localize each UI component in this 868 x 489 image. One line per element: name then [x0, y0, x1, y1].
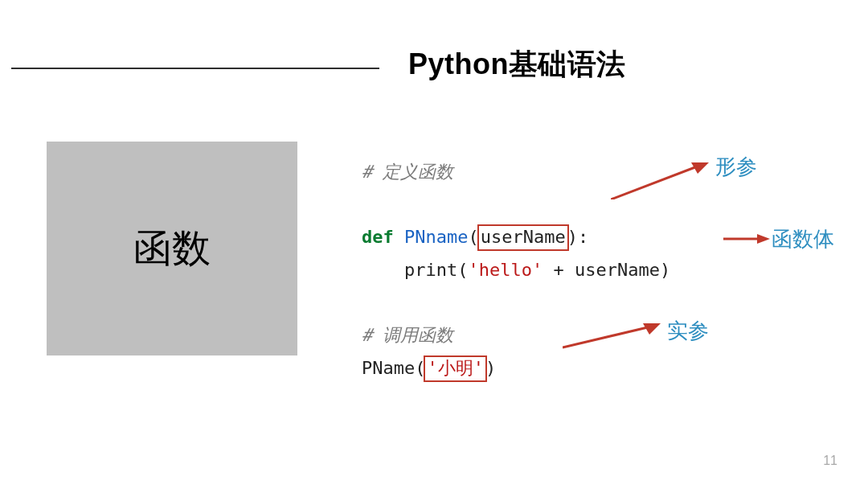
- param-name: userName: [481, 227, 566, 247]
- function-name: PNname: [404, 227, 468, 247]
- arrow-icon: [563, 320, 667, 352]
- comment-call: # 调用函数: [362, 325, 454, 345]
- page-number: 11: [823, 454, 837, 468]
- actual-param-box: '小明': [424, 355, 487, 382]
- svg-marker-3: [757, 234, 770, 244]
- arrow-icon: [723, 233, 772, 244]
- annotation-body: 函数体: [772, 225, 834, 253]
- arg-xiaoming: '小明': [427, 358, 484, 378]
- svg-line-0: [611, 166, 699, 199]
- svg-line-4: [563, 327, 651, 347]
- plus-op: +: [542, 260, 575, 280]
- annotation-formal: 形参: [715, 153, 757, 181]
- print-call: print: [404, 260, 457, 280]
- annotation-actual: 实参: [667, 317, 709, 345]
- call-name: PName: [362, 358, 415, 378]
- keyword-def: def: [362, 227, 394, 247]
- topic-label: 函数: [133, 223, 211, 274]
- header-rule: [11, 68, 379, 69]
- comment-define: # 定义函数: [362, 162, 454, 182]
- string-hello: 'hello': [468, 260, 542, 280]
- var-username: userName: [575, 260, 660, 280]
- topic-box: 函数: [47, 142, 297, 355]
- page-title: Python基础语法: [408, 45, 626, 84]
- formal-param-box: userName: [477, 224, 569, 251]
- arrow-icon: [611, 159, 715, 199]
